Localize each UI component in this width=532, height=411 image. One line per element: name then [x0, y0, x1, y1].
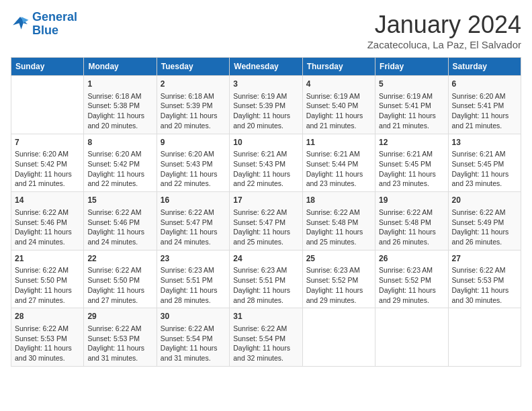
cell-content: Sunrise: 6:22 AM: [161, 324, 226, 334]
calendar-cell: 24Sunrise: 6:23 AMSunset: 5:51 PMDayligh…: [230, 250, 302, 308]
cell-content: Sunset: 5:53 PM: [15, 334, 80, 344]
cell-content: Sunset: 5:43 PM: [161, 159, 226, 169]
cell-content: Sunrise: 6:22 AM: [306, 208, 371, 218]
logo-text: General Blue: [32, 11, 77, 38]
day-number: 2: [161, 79, 226, 90]
day-number: 20: [452, 195, 517, 206]
day-number: 17: [233, 195, 298, 206]
day-number: 10: [233, 137, 298, 148]
cell-content: Sunrise: 6:21 AM: [379, 149, 444, 159]
day-number: 8: [87, 137, 152, 148]
calendar-week-row: 14Sunrise: 6:22 AMSunset: 5:46 PMDayligh…: [11, 192, 521, 250]
calendar-cell: 28Sunrise: 6:22 AMSunset: 5:53 PMDayligh…: [11, 308, 84, 367]
cell-content: Sunrise: 6:22 AM: [161, 208, 226, 218]
cell-content: Sunset: 5:54 PM: [161, 334, 226, 344]
cell-content: Daylight: 11 hours and 22 minutes.: [87, 169, 152, 189]
cell-content: Sunset: 5:49 PM: [452, 218, 517, 228]
cell-content: Daylight: 11 hours and 26 minutes.: [379, 227, 444, 246]
cell-content: Sunset: 5:41 PM: [379, 101, 444, 111]
cell-content: Daylight: 11 hours and 23 minutes.: [452, 169, 517, 189]
cell-content: Sunset: 5:46 PM: [87, 218, 152, 228]
calendar-week-row: 1Sunrise: 6:18 AMSunset: 5:38 PMDaylight…: [11, 76, 521, 134]
cell-content: Sunset: 5:52 PM: [379, 275, 444, 285]
cell-content: Daylight: 11 hours and 25 minutes.: [306, 227, 371, 246]
calendar-cell: 29Sunrise: 6:22 AMSunset: 5:53 PMDayligh…: [84, 308, 157, 367]
calendar-cell: 15Sunrise: 6:22 AMSunset: 5:46 PMDayligh…: [84, 192, 157, 250]
cell-content: Sunrise: 6:20 AM: [452, 91, 517, 101]
calendar-cell: 25Sunrise: 6:23 AMSunset: 5:52 PMDayligh…: [302, 250, 375, 308]
day-number: 22: [87, 253, 152, 265]
cell-content: Sunset: 5:38 PM: [87, 101, 152, 111]
cell-content: Daylight: 11 hours and 27 minutes.: [15, 285, 80, 305]
calendar-cell: 4Sunrise: 6:19 AMSunset: 5:40 PMDaylight…: [302, 76, 375, 134]
cell-content: Daylight: 11 hours and 22 minutes.: [233, 169, 298, 189]
calendar-cell: 21Sunrise: 6:22 AMSunset: 5:50 PMDayligh…: [11, 250, 84, 308]
calendar-cell: 20Sunrise: 6:22 AMSunset: 5:49 PMDayligh…: [448, 192, 521, 250]
day-number: 15: [87, 195, 152, 206]
cell-content: Sunrise: 6:19 AM: [306, 91, 371, 101]
cell-content: Sunrise: 6:23 AM: [306, 265, 371, 275]
calendar-table: SundayMondayTuesdayWednesdayThursdayFrid…: [11, 57, 521, 367]
day-number: 24: [233, 253, 298, 265]
calendar-header-cell: Saturday: [448, 58, 521, 76]
cell-content: Sunrise: 6:21 AM: [233, 149, 298, 159]
logo: General Blue: [11, 11, 77, 38]
day-number: 21: [15, 253, 80, 265]
cell-content: Daylight: 11 hours and 22 minutes.: [161, 169, 226, 189]
calendar-header-cell: Sunday: [11, 58, 84, 76]
cell-content: Sunrise: 6:21 AM: [452, 149, 517, 159]
cell-content: Sunrise: 6:22 AM: [15, 324, 80, 334]
cell-content: Sunrise: 6:22 AM: [233, 324, 298, 334]
cell-content: Daylight: 11 hours and 24 minutes.: [87, 227, 152, 246]
cell-content: Daylight: 11 hours and 21 minutes.: [452, 111, 517, 130]
calendar-cell: 11Sunrise: 6:21 AMSunset: 5:44 PMDayligh…: [302, 134, 375, 192]
location-subtitle: Zacatecoluca, La Paz, El Salvador: [367, 39, 521, 50]
day-number: 7: [15, 137, 80, 148]
day-number: 19: [379, 195, 444, 206]
cell-content: Daylight: 11 hours and 21 minutes.: [15, 169, 80, 189]
cell-content: Sunrise: 6:19 AM: [233, 91, 298, 101]
calendar-cell: 27Sunrise: 6:22 AMSunset: 5:53 PMDayligh…: [448, 250, 521, 308]
cell-content: Sunrise: 6:22 AM: [452, 208, 517, 218]
cell-content: Sunset: 5:40 PM: [306, 101, 371, 111]
calendar-cell: 5Sunrise: 6:19 AMSunset: 5:41 PMDaylight…: [375, 76, 448, 134]
cell-content: Sunset: 5:50 PM: [15, 275, 80, 285]
calendar-cell: 17Sunrise: 6:22 AMSunset: 5:47 PMDayligh…: [230, 192, 302, 250]
day-number: 14: [15, 195, 80, 206]
cell-content: Sunrise: 6:19 AM: [379, 91, 444, 101]
cell-content: Sunrise: 6:20 AM: [15, 149, 80, 159]
cell-content: Daylight: 11 hours and 30 minutes.: [15, 343, 80, 363]
title-block: January 2024 Zacatecoluca, La Paz, El Sa…: [367, 11, 521, 50]
cell-content: Sunset: 5:45 PM: [452, 159, 517, 169]
calendar-header-cell: Thursday: [302, 58, 375, 76]
cell-content: Daylight: 11 hours and 28 minutes.: [233, 285, 298, 305]
calendar-cell: [302, 308, 375, 367]
page-header: General Blue January 2024 Zacatecoluca, …: [11, 11, 521, 50]
cell-content: Sunrise: 6:23 AM: [379, 265, 444, 275]
cell-content: Sunrise: 6:18 AM: [161, 91, 226, 101]
cell-content: Sunset: 5:48 PM: [306, 218, 371, 228]
cell-content: Daylight: 11 hours and 27 minutes.: [87, 285, 152, 305]
calendar-cell: 8Sunrise: 6:20 AMSunset: 5:42 PMDaylight…: [84, 134, 157, 192]
calendar-cell: 16Sunrise: 6:22 AMSunset: 5:47 PMDayligh…: [157, 192, 229, 250]
cell-content: Sunset: 5:53 PM: [452, 275, 517, 285]
cell-content: Sunset: 5:54 PM: [233, 334, 298, 344]
calendar-header-row: SundayMondayTuesdayWednesdayThursdayFrid…: [11, 58, 521, 76]
cell-content: Sunrise: 6:22 AM: [87, 324, 152, 334]
cell-content: Sunrise: 6:22 AM: [15, 265, 80, 275]
cell-content: Daylight: 11 hours and 31 minutes.: [87, 343, 152, 363]
cell-content: Daylight: 11 hours and 29 minutes.: [306, 285, 371, 305]
cell-content: Sunrise: 6:22 AM: [87, 265, 152, 275]
day-number: 3: [233, 79, 298, 90]
calendar-header-cell: Monday: [84, 58, 157, 76]
calendar-cell: 1Sunrise: 6:18 AMSunset: 5:38 PMDaylight…: [84, 76, 157, 134]
cell-content: Sunset: 5:52 PM: [306, 275, 371, 285]
calendar-cell: [448, 308, 521, 367]
cell-content: Sunset: 5:42 PM: [15, 159, 80, 169]
calendar-body: 1Sunrise: 6:18 AMSunset: 5:38 PMDaylight…: [11, 76, 521, 367]
cell-content: Daylight: 11 hours and 20 minutes.: [87, 111, 152, 130]
day-number: 12: [379, 137, 444, 148]
cell-content: Sunrise: 6:20 AM: [87, 149, 152, 159]
cell-content: Daylight: 11 hours and 31 minutes.: [161, 343, 226, 363]
calendar-cell: 22Sunrise: 6:22 AMSunset: 5:50 PMDayligh…: [84, 250, 157, 308]
